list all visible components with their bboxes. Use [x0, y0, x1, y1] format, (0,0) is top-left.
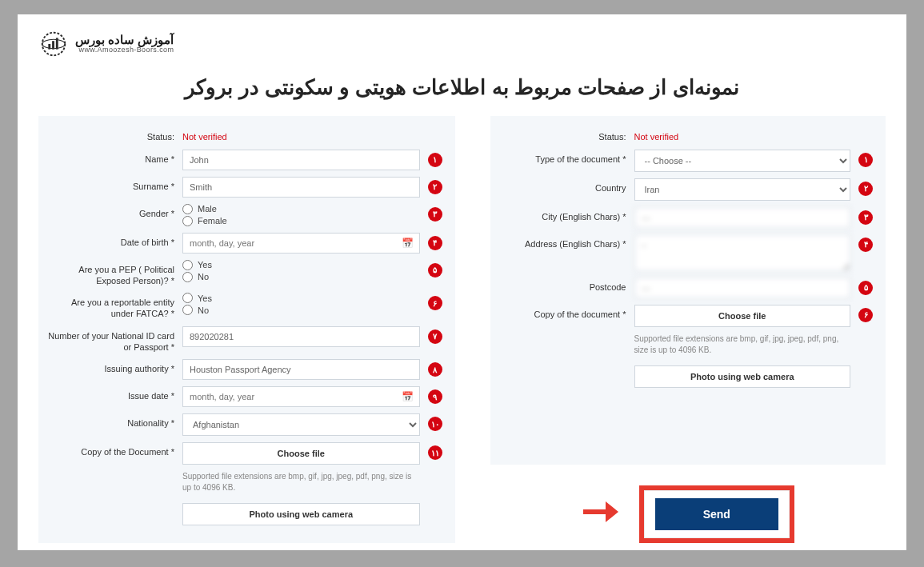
name-input[interactable]: [182, 150, 420, 170]
address-label: Address (English Chars) *: [498, 234, 626, 250]
issdate-input[interactable]: [182, 386, 420, 407]
marker-3: ۳: [428, 207, 442, 222]
page-title: نمونه‌ای از صفحات مربوط به اطلاعات هویتی…: [38, 75, 886, 100]
gender-female-radio[interactable]: Female: [182, 216, 227, 226]
svg-rect-3: [52, 41, 54, 49]
surname-label: Surname *: [46, 177, 174, 193]
marker-9: ۹: [428, 389, 442, 404]
choose-file-button[interactable]: Choose file: [182, 442, 420, 465]
doctype-select[interactable]: -- Choose --: [634, 150, 851, 172]
choose-file-button[interactable]: Choose file: [634, 305, 851, 327]
city-label: City (English Chars) *: [498, 207, 626, 223]
marker-6: ۶: [428, 296, 442, 310]
svg-rect-2: [48, 44, 50, 50]
svg-marker-6: [606, 501, 618, 522]
pep-yes-radio[interactable]: Yes: [182, 260, 212, 270]
pep-no-radio[interactable]: No: [182, 272, 212, 282]
country-select[interactable]: Iran: [634, 178, 851, 201]
globe-chart-icon: [38, 29, 69, 59]
doctype-label: Type of the document *: [498, 150, 626, 166]
pep-label: Are you a PEP ( Political Exposed Person…: [46, 260, 174, 287]
status-value: Not verified: [634, 127, 679, 142]
issdate-label: Issue date *: [46, 386, 174, 402]
webcam-button[interactable]: Photo using web camera: [182, 503, 420, 525]
dob-label: Date of birth *: [46, 233, 174, 249]
marker-2r: ۲: [858, 182, 873, 196]
nationality-select[interactable]: Afghanistan: [182, 413, 420, 436]
issauth-input[interactable]: [182, 359, 420, 380]
brand-logo: آموزش ساده بورس www.Amoozesh-Boors.com: [38, 29, 174, 59]
issauth-label: Issuing authority *: [46, 359, 174, 375]
country-label: Country: [498, 178, 626, 194]
send-button[interactable]: Send: [655, 498, 778, 530]
gender-label: Gender *: [46, 204, 174, 220]
send-callout: Send: [490, 485, 886, 543]
dob-input[interactable]: [182, 233, 420, 254]
name-label: Name *: [46, 150, 174, 166]
copy-doc-label: Copy of the Document *: [46, 442, 174, 458]
marker-5r: ۵: [858, 281, 873, 295]
calendar-icon[interactable]: 📅: [402, 238, 414, 249]
identity-form-panel: Status: Not verified Name * ۱ Surname * …: [38, 116, 455, 543]
marker-4: ۴: [428, 236, 442, 250]
marker-2: ۲: [428, 180, 442, 194]
nationality-label: Nationality *: [46, 413, 174, 429]
arrow-right-icon: [582, 497, 618, 531]
postcode-label: Postcode: [498, 278, 626, 293]
marker-3r: ۳: [858, 210, 873, 225]
marker-4r: ۴: [858, 238, 873, 252]
svg-rect-4: [56, 38, 58, 49]
marker-1r: ۱: [858, 153, 873, 167]
send-highlight-frame: Send: [639, 485, 794, 543]
webcam-button[interactable]: Photo using web camera: [634, 365, 851, 388]
residence-form-panel: Status: Not verified Type of the documen…: [490, 116, 886, 465]
copy-doc-label: Copy of the document *: [498, 305, 626, 321]
marker-6r: ۶: [858, 308, 873, 322]
idnum-input[interactable]: [182, 326, 420, 347]
file-hint: Supported file extensions are bmp, gif, …: [634, 332, 851, 361]
fatca-label: Are you a reportable entity under FATCA?…: [46, 293, 174, 320]
idnum-label: Number of your National ID card or Passp…: [46, 326, 174, 353]
gender-male-radio[interactable]: Male: [182, 204, 227, 214]
status-value: Not verified: [182, 127, 227, 142]
marker-5: ۵: [428, 263, 442, 278]
fatca-no-radio[interactable]: No: [182, 305, 212, 315]
postcode-input[interactable]: [634, 278, 851, 298]
logo-url: www.Amoozesh-Boors.com: [75, 46, 174, 54]
fatca-yes-radio[interactable]: Yes: [182, 293, 212, 303]
marker-10: ۱۰: [428, 417, 442, 431]
marker-8: ۸: [428, 362, 442, 377]
page: آموزش ساده بورس www.Amoozesh-Boors.com ن…: [18, 14, 906, 550]
logo-title: آموزش ساده بورس: [75, 34, 174, 46]
status-label: Status:: [46, 127, 174, 143]
marker-1: ۱: [428, 153, 442, 167]
city-input[interactable]: [634, 207, 851, 228]
status-label: Status:: [498, 127, 626, 143]
address-input[interactable]: —: [634, 234, 851, 271]
marker-7: ۷: [428, 329, 442, 344]
calendar-icon[interactable]: 📅: [402, 391, 414, 402]
marker-11: ۱۱: [428, 445, 442, 460]
surname-input[interactable]: [182, 177, 420, 198]
file-hint: Supported file extensions are bmp, gif, …: [182, 469, 420, 498]
